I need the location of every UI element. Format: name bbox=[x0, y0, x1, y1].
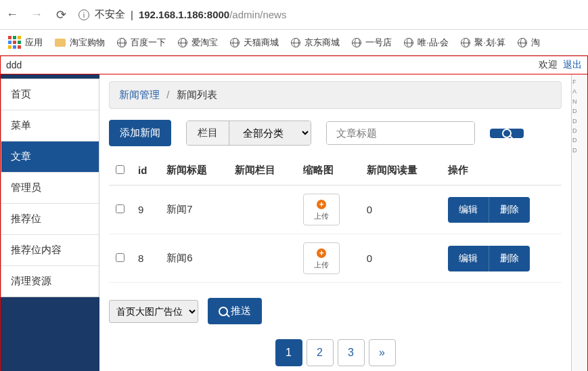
content-area: 新闻管理 / 新闻列表 添加新闻 栏目 全部分类 id bbox=[99, 74, 571, 371]
bookmark-item[interactable]: 一号店 bbox=[352, 37, 392, 49]
toolbar: 添加新闻 栏目 全部分类 bbox=[109, 120, 562, 146]
page-button[interactable]: 1 bbox=[275, 339, 302, 366]
folder-icon bbox=[55, 39, 66, 47]
url-bar[interactable]: i 不安全 | 192.168.1.186:8000/admin/news bbox=[78, 8, 583, 21]
push-select[interactable]: 首页大图广告位 bbox=[109, 300, 198, 323]
upload-button[interactable]: +上传 bbox=[303, 194, 340, 225]
th-ops: 操作 bbox=[441, 156, 562, 186]
bookmark-item[interactable]: 淘 bbox=[518, 37, 540, 49]
bookmark-item[interactable]: 唯·品·会 bbox=[404, 37, 449, 49]
side-sliver: FANDDDDD bbox=[571, 74, 587, 371]
th-reads: 新闻阅读量 bbox=[360, 156, 441, 186]
cell-ops: 编辑删除 bbox=[441, 186, 562, 234]
apps-button[interactable]: 应用 bbox=[8, 36, 43, 49]
bookmark-item[interactable]: 聚·划·算 bbox=[461, 37, 505, 49]
cell-reads: 0 bbox=[360, 186, 441, 234]
search-button[interactable] bbox=[490, 129, 524, 138]
sidebar-item[interactable]: 管理员 bbox=[1, 173, 99, 204]
sidebar-item[interactable]: 首页 bbox=[1, 79, 99, 110]
globe-icon bbox=[404, 38, 413, 47]
row-checkbox[interactable] bbox=[116, 253, 125, 262]
pagination: 123» bbox=[109, 339, 562, 366]
upload-button[interactable]: +上传 bbox=[303, 242, 340, 274]
bookmarks-bar: 应用 淘宝购物 百度一下 爱淘宝 天猫商城 京东商城 一号店 唯·品·会 聚·划… bbox=[0, 30, 588, 56]
delete-button[interactable]: 删除 bbox=[489, 197, 530, 223]
page-button[interactable]: 3 bbox=[338, 339, 365, 366]
breadcrumb-parent[interactable]: 新闻管理 bbox=[119, 89, 160, 100]
plus-icon: + bbox=[317, 200, 326, 209]
url-path: /admin/news bbox=[229, 9, 286, 20]
cell-ops: 编辑删除 bbox=[441, 234, 562, 283]
globe-icon bbox=[352, 38, 361, 47]
bookmark-item[interactable]: 京东商城 bbox=[291, 37, 340, 49]
url-host: 192.168.1.186:8000 bbox=[139, 9, 229, 20]
push-row: 首页大图广告位 推送 bbox=[109, 298, 562, 324]
browser-toolbar: ← → ⟳ i 不安全 | 192.168.1.186:8000/admin/n… bbox=[0, 0, 588, 30]
category-filter: 栏目 全部分类 bbox=[186, 121, 311, 146]
globe-icon bbox=[518, 38, 527, 47]
push-button[interactable]: 推送 bbox=[208, 298, 262, 324]
select-all-checkbox[interactable] bbox=[116, 165, 125, 174]
th-category: 新闻栏目 bbox=[228, 156, 296, 186]
globe-icon bbox=[117, 38, 127, 47]
cell-thumb: +上传 bbox=[296, 234, 360, 283]
reload-button[interactable]: ⟳ bbox=[54, 8, 68, 22]
edit-button[interactable]: 编辑 bbox=[448, 197, 489, 223]
th-title: 新闻标题 bbox=[160, 156, 228, 186]
welcome-label: 欢迎 bbox=[539, 59, 558, 70]
row-checkbox[interactable] bbox=[116, 204, 125, 213]
page-next-button[interactable]: » bbox=[369, 339, 396, 366]
sidebar: 首页菜单文章管理员推荐位推荐位内容清理资源 bbox=[1, 74, 99, 371]
site-label: ddd bbox=[6, 60, 22, 70]
breadcrumb: 新闻管理 / 新闻列表 bbox=[109, 81, 562, 109]
search-icon bbox=[219, 307, 228, 316]
cell-category bbox=[228, 234, 296, 283]
cell-id: 9 bbox=[131, 186, 160, 234]
filter-addon-label: 栏目 bbox=[187, 121, 229, 145]
back-button[interactable]: ← bbox=[5, 8, 19, 22]
globe-icon bbox=[230, 38, 240, 47]
sidebar-item[interactable]: 菜单 bbox=[1, 110, 99, 141]
apps-icon bbox=[8, 36, 21, 49]
search-icon bbox=[502, 129, 512, 138]
sidebar-item[interactable]: 推荐位 bbox=[1, 204, 99, 235]
globe-icon bbox=[461, 38, 470, 47]
breadcrumb-current: 新闻列表 bbox=[177, 89, 217, 100]
th-thumb: 缩略图 bbox=[296, 156, 360, 186]
bookmark-item[interactable]: 百度一下 bbox=[117, 37, 166, 49]
globe-icon bbox=[178, 38, 187, 47]
cell-title: 新闻7 bbox=[160, 186, 228, 234]
logout-link[interactable]: 退出 bbox=[563, 59, 582, 70]
bookmark-item[interactable]: 淘宝购物 bbox=[55, 37, 105, 49]
edit-button[interactable]: 编辑 bbox=[448, 246, 489, 271]
security-label: 不安全 bbox=[95, 8, 125, 21]
add-news-button[interactable]: 添加新闻 bbox=[109, 120, 171, 146]
plus-icon: + bbox=[317, 248, 326, 258]
sidebar-item[interactable]: 推荐位内容 bbox=[1, 235, 99, 266]
bookmark-item[interactable]: 爱淘宝 bbox=[178, 37, 218, 49]
table-row: 9新闻7+上传0编辑删除 bbox=[109, 186, 562, 234]
info-icon: i bbox=[78, 9, 89, 20]
cell-category bbox=[228, 186, 296, 234]
cell-reads: 0 bbox=[360, 234, 441, 283]
delete-button[interactable]: 删除 bbox=[489, 246, 530, 271]
cell-id: 8 bbox=[131, 234, 160, 283]
globe-icon bbox=[291, 38, 300, 47]
forward-button[interactable]: → bbox=[30, 8, 43, 22]
search-group bbox=[326, 121, 475, 145]
search-input[interactable] bbox=[327, 122, 474, 144]
sidebar-item[interactable]: 清理资源 bbox=[1, 266, 99, 297]
table-row: 8新闻6+上传0编辑删除 bbox=[109, 234, 562, 283]
sidebar-item[interactable]: 文章 bbox=[1, 141, 99, 173]
bookmark-item[interactable]: 天猫商城 bbox=[230, 37, 279, 49]
page-button[interactable]: 2 bbox=[307, 339, 334, 366]
cell-title: 新闻6 bbox=[160, 234, 228, 283]
top-strip: ddd 欢迎 退出 bbox=[0, 56, 588, 74]
news-table: id 新闻标题 新闻栏目 缩略图 新闻阅读量 操作 9新闻7+上传0编辑删除8新… bbox=[109, 156, 562, 283]
th-id: id bbox=[131, 156, 160, 186]
category-select[interactable]: 全部分类 bbox=[229, 121, 311, 145]
cell-thumb: +上传 bbox=[296, 186, 360, 234]
